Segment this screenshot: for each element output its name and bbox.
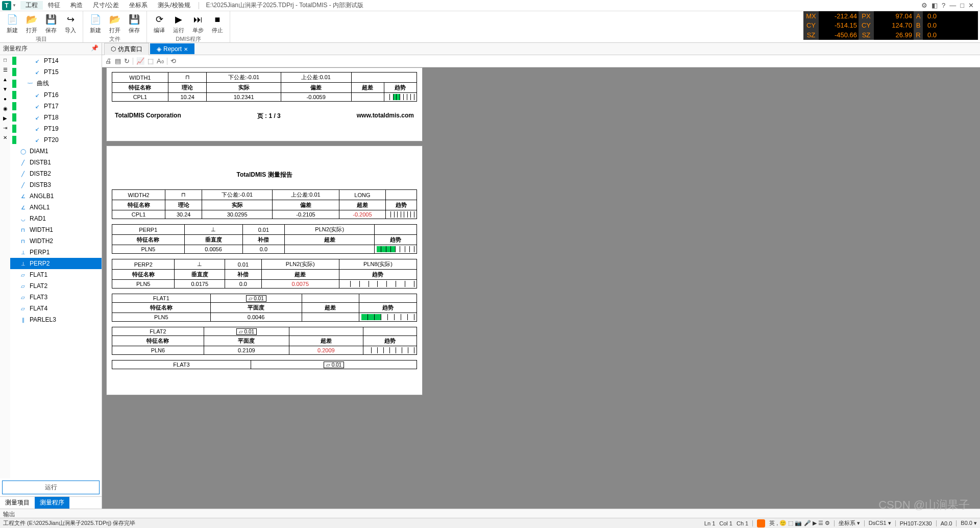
tree-item-PT15[interactable]: ↙PT15 [10,66,102,78]
toolbar-sep [133,58,133,65]
status-dscs[interactable]: DsCS1 ▾ [869,520,891,526]
tree-item-FLAT4[interactable]: ▱FLAT4 [10,303,102,314]
toolbar-icon[interactable]: ↻ [124,57,130,65]
side-icon[interactable]: ☰ [3,67,8,73]
toolbar-icon[interactable]: ▤ [115,57,121,65]
toolbar-icon[interactable]: 📈 [136,57,144,65]
trend-bar [386,94,414,100]
side-icon[interactable]: ▼ [3,86,8,92]
menu-coord[interactable]: 坐标系 [124,1,153,10]
tree-item-PARLEL3[interactable]: ∥PARLEL3 [10,314,102,325]
footer-url: www.totaldmis.com [357,112,414,121]
tree-item-PT17[interactable]: ↙PT17 [10,101,102,112]
report-page-1: WIDTH1⊓下公差:-0.01上公差:0.01 特征名称理论实际偏差超差趋势 … [106,67,423,141]
menu-dim-tol[interactable]: 尺寸/公差 [88,1,124,10]
run-button[interactable]: 运行 [2,481,100,494]
menu-probe[interactable]: 测头/校验规 [153,1,195,10]
ribbon-btn-新建[interactable]: 📄新建 [3,12,21,35]
ribbon-btn-打开[interactable]: 📂打开 [22,12,41,35]
tab-simulation[interactable]: ⬡ 仿真窗口 [104,43,149,55]
report-scroll[interactable]: WIDTH1⊓下公差:-0.01上公差:0.01 特征名称理论实际偏差超差趋势 … [102,67,980,509]
tree-item-PERP1[interactable]: ⊥PERP1 [10,247,102,258]
side-icon[interactable]: ✕ [3,135,7,140]
menu-construct[interactable]: 构造 [65,1,88,10]
ribbon-btn-保存[interactable]: 💾保存 [42,12,60,35]
status-b[interactable]: B0.0 ▾ [961,520,977,526]
tree-item-PT14[interactable]: ↙PT14 [10,55,102,66]
status-probe[interactable]: PH10T-2X30 [900,520,932,526]
ribbon-icon: ⟳ [153,13,165,26]
tab-measure-program[interactable]: 测量程序 [35,497,69,509]
tree-item-DISTB3[interactable]: ╱DISTB3 [10,179,102,190]
toolbar-icon[interactable]: ⟲ [170,57,176,65]
app-menu-arrow[interactable]: ▼ [12,3,16,8]
tree-item-PT19[interactable]: ↙PT19 [10,123,102,134]
side-icon[interactable]: ◉ [3,106,8,111]
tab-simulation-label: 仿真窗口 [118,45,142,54]
tab-measure-items[interactable]: 测量项目 [0,497,35,509]
tree-item-PERP2[interactable]: ⊥PERP2 [10,258,102,269]
tree-item-DISTB2[interactable]: ╱DISTB2 [10,168,102,179]
toolbar-icon[interactable]: 🖨 [105,57,112,65]
tree-item-WIDTH1[interactable]: ⊓WIDTH1 [10,224,102,235]
side-icon[interactable]: ▲ [3,77,8,82]
dro-sz2-val: 26.99 [874,30,914,40]
layout-icon[interactable]: ◧ [932,2,938,9]
tree-item-PT20[interactable]: ↙PT20 [10,134,102,146]
app-icon: T [2,1,11,10]
help-icon[interactable]: ? [942,2,945,9]
ribbon-btn-新建[interactable]: 📄新建 [86,12,105,35]
status-coordsys[interactable]: 坐标系 ▾ [839,519,860,527]
tree-item-label: WIDTH2 [30,237,53,245]
footer-corp: TotalDMIS Corporation [115,112,181,121]
ribbon-btn-运行[interactable]: ▶运行 [169,12,188,35]
tree-item-FLAT3[interactable]: ▱FLAT3 [10,292,102,303]
gear-icon[interactable]: ⚙ [921,2,927,9]
close-icon[interactable]: ✕ [184,46,188,52]
tree-item-FLAT2[interactable]: ▱FLAT2 [10,280,102,292]
tab-report-label: Report [163,45,182,53]
tree-item-label: 曲线 [37,79,49,88]
tree-item-RAD1[interactable]: ◡RAD1 [10,213,102,224]
side-icon[interactable]: □ [4,57,7,63]
close-button[interactable]: ✕ [968,2,974,9]
output-panel-header[interactable]: 输出 [0,509,980,518]
tree-item-ANGL1[interactable]: ∠ANGL1 [10,202,102,213]
pin-icon[interactable]: 📌 [91,44,99,53]
side-icon[interactable]: ▶ [3,115,7,121]
menu-project[interactable]: 工程 [20,1,43,10]
table-flat3: FLAT3▱ 0.01 [112,360,417,369]
tree-item-WIDTH2[interactable]: ⊓WIDTH2 [10,235,102,247]
status-bar-indicator [12,226,16,234]
ribbon-btn-停止[interactable]: ■停止 [208,12,227,35]
ime-icon[interactable] [757,519,765,527]
toolbar-icon[interactable]: ⬚ [148,57,154,65]
program-tree[interactable]: ↙PT14↙PT15〰曲线↙PT16↙PT17↙PT18↙PT19↙PT20◯D… [10,55,102,478]
left-panel-header: 测量程序 📌 [0,43,102,55]
tab-report[interactable]: ◈ Report ✕ [150,43,194,54]
feature-icon: ▱ [18,283,28,289]
tree-item-ANGLB1[interactable]: ∠ANGLB1 [10,190,102,202]
ribbon-btn-单步[interactable]: ⏭单步 [189,12,207,35]
ribbon-btn-保存[interactable]: 💾保存 [125,12,143,35]
tree-item-FLAT1[interactable]: ▱FLAT1 [10,269,102,280]
ribbon-btn-编译[interactable]: ⟳编译 [150,12,168,35]
dro-a-val: 0.0 [923,11,938,21]
side-icon[interactable]: ⇥ [3,125,7,131]
tree-item-PT16[interactable]: ↙PT16 [10,89,102,101]
tree-item-DISTB1[interactable]: ╱DISTB1 [10,157,102,168]
toolbar-icon[interactable]: A₀ [157,57,164,65]
status-ime[interactable]: 英 , 🙂 ⬚ 📷 🎤 ▶ ☰ ⚙ [769,519,830,527]
tree-item-DIAM1[interactable]: ◯DIAM1 [10,146,102,157]
ribbon-btn-导入[interactable]: ↪导入 [61,12,80,35]
maximize-button[interactable]: □ [960,2,964,9]
menu-feature[interactable]: 特征 [43,1,65,10]
minimize-button[interactable]: — [949,2,956,9]
status-bar-indicator [12,316,16,324]
tree-item-label: FLAT4 [30,305,47,312]
tree-item-PT18[interactable]: ↙PT18 [10,112,102,123]
side-icon[interactable]: ● [4,96,7,102]
tree-item-曲线[interactable]: 〰曲线 [10,78,102,89]
ribbon-btn-打开[interactable]: 📂打开 [106,12,124,35]
status-a: A0.0 [941,520,952,526]
